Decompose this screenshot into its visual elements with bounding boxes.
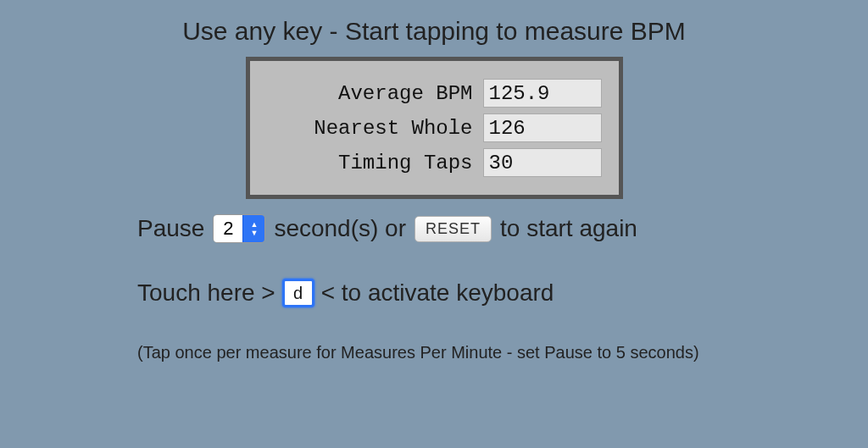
chevron-down-icon[interactable]: ▼ <box>250 229 258 237</box>
stat-value-timing-taps: 30 <box>483 148 602 177</box>
stat-label-nearest-whole: Nearest Whole <box>314 117 482 140</box>
stepper-arrows-icon[interactable]: ▲ ▼ <box>242 215 264 242</box>
stat-value-nearest-whole: 126 <box>483 113 602 142</box>
stat-row-nearest-whole: Nearest Whole 126 <box>267 113 602 142</box>
pause-seconds-stepper[interactable]: 2 ▲ ▼ <box>213 214 265 243</box>
pause-seconds-value: 2 <box>214 215 242 242</box>
stat-label-average-bpm: Average BPM <box>338 82 482 105</box>
pause-row: Pause 2 ▲ ▼ second(s) or RESET to start … <box>137 214 731 243</box>
touch-prefix: Touch here > <box>137 279 275 307</box>
stat-label-timing-taps: Timing Taps <box>338 152 482 174</box>
stat-row-average-bpm: Average BPM 125.9 <box>267 79 602 108</box>
pause-suffix: to start again <box>500 215 637 242</box>
keyboard-activation-input[interactable] <box>282 279 314 307</box>
reset-button[interactable]: RESET <box>415 216 492 242</box>
stat-value-average-bpm: 125.9 <box>483 79 602 108</box>
touch-suffix: < to activate keyboard <box>321 279 554 307</box>
pause-prefix: Pause <box>137 215 204 242</box>
chevron-up-icon[interactable]: ▲ <box>250 220 258 229</box>
pause-seconds-suffix: second(s) or <box>274 215 406 242</box>
touch-row: Touch here > < to activate keyboard <box>137 279 731 307</box>
stat-row-timing-taps: Timing Taps 30 <box>267 148 602 177</box>
hint-text: (Tap once per measure for Measures Per M… <box>137 343 731 362</box>
heading: Use any key - Start tapping to measure B… <box>182 17 686 46</box>
stats-panel: Average BPM 125.9 Nearest Whole 126 Timi… <box>246 57 623 199</box>
